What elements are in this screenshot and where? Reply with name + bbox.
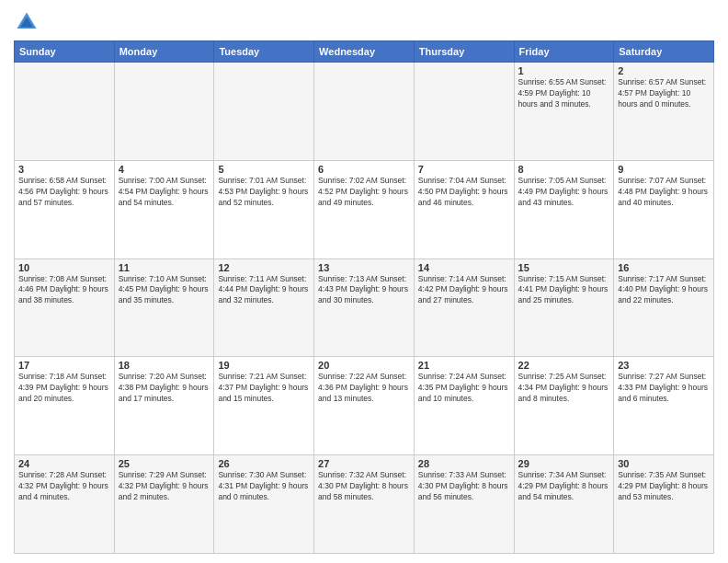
calendar-week-row: 1Sunrise: 6:55 AM Sunset: 4:59 PM Daylig… xyxy=(15,63,714,161)
calendar-cell: 25Sunrise: 7:29 AM Sunset: 4:32 PM Dayli… xyxy=(114,455,214,554)
day-number: 25 xyxy=(119,458,210,469)
day-info: Sunrise: 7:11 AM Sunset: 4:44 PM Dayligh… xyxy=(218,274,310,307)
day-info: Sunrise: 7:13 AM Sunset: 4:43 PM Dayligh… xyxy=(318,274,410,307)
calendar-cell: 6Sunrise: 7:02 AM Sunset: 4:52 PM Daylig… xyxy=(314,160,415,259)
calendar-cell: 24Sunrise: 7:28 AM Sunset: 4:32 PM Dayli… xyxy=(15,455,115,554)
calendar-cell xyxy=(314,63,415,161)
day-info: Sunrise: 7:20 AM Sunset: 4:38 PM Dayligh… xyxy=(119,372,210,405)
calendar-cell: 29Sunrise: 7:34 AM Sunset: 4:29 PM Dayli… xyxy=(514,455,614,554)
day-info: Sunrise: 7:30 AM Sunset: 4:31 PM Dayligh… xyxy=(218,470,310,503)
calendar-cell: 4Sunrise: 7:00 AM Sunset: 4:54 PM Daylig… xyxy=(114,160,214,259)
day-info: Sunrise: 6:58 AM Sunset: 4:56 PM Dayligh… xyxy=(18,176,110,209)
calendar-cell: 22Sunrise: 7:25 AM Sunset: 4:34 PM Dayli… xyxy=(514,357,614,455)
day-number: 8 xyxy=(518,164,610,175)
day-info: Sunrise: 7:05 AM Sunset: 4:49 PM Dayligh… xyxy=(518,176,610,209)
calendar-cell: 21Sunrise: 7:24 AM Sunset: 4:35 PM Dayli… xyxy=(414,357,514,455)
day-number: 16 xyxy=(618,262,710,273)
calendar-cell: 26Sunrise: 7:30 AM Sunset: 4:31 PM Dayli… xyxy=(214,455,314,554)
page: SundayMondayTuesdayWednesdayThursdayFrid… xyxy=(0,0,728,563)
calendar-cell: 15Sunrise: 7:15 AM Sunset: 4:41 PM Dayli… xyxy=(514,259,614,357)
calendar-body: 1Sunrise: 6:55 AM Sunset: 4:59 PM Daylig… xyxy=(15,63,714,554)
day-info: Sunrise: 7:18 AM Sunset: 4:39 PM Dayligh… xyxy=(18,372,110,405)
day-info: Sunrise: 7:15 AM Sunset: 4:41 PM Dayligh… xyxy=(518,274,610,307)
day-info: Sunrise: 7:07 AM Sunset: 4:48 PM Dayligh… xyxy=(618,176,710,209)
header xyxy=(14,9,714,35)
day-number: 5 xyxy=(218,164,310,175)
day-number: 15 xyxy=(518,262,610,273)
day-number: 11 xyxy=(119,262,210,273)
weekday-header: Thursday xyxy=(414,41,514,63)
weekday-header: Saturday xyxy=(614,41,714,63)
day-info: Sunrise: 7:28 AM Sunset: 4:32 PM Dayligh… xyxy=(18,470,110,503)
calendar-cell: 18Sunrise: 7:20 AM Sunset: 4:38 PM Dayli… xyxy=(114,357,214,455)
day-info: Sunrise: 7:21 AM Sunset: 4:37 PM Dayligh… xyxy=(218,372,310,405)
day-number: 21 xyxy=(418,360,510,371)
calendar-cell: 13Sunrise: 7:13 AM Sunset: 4:43 PM Dayli… xyxy=(314,259,415,357)
calendar-cell: 16Sunrise: 7:17 AM Sunset: 4:40 PM Dayli… xyxy=(614,259,714,357)
calendar-cell: 1Sunrise: 6:55 AM Sunset: 4:59 PM Daylig… xyxy=(514,63,614,161)
day-info: Sunrise: 7:10 AM Sunset: 4:45 PM Dayligh… xyxy=(119,274,210,307)
calendar-week-row: 24Sunrise: 7:28 AM Sunset: 4:32 PM Dayli… xyxy=(15,455,714,554)
day-info: Sunrise: 7:29 AM Sunset: 4:32 PM Dayligh… xyxy=(119,470,210,503)
calendar-header-row: SundayMondayTuesdayWednesdayThursdayFrid… xyxy=(15,41,714,63)
day-info: Sunrise: 7:08 AM Sunset: 4:46 PM Dayligh… xyxy=(18,274,110,307)
day-number: 24 xyxy=(18,458,110,469)
day-number: 6 xyxy=(318,164,410,175)
day-info: Sunrise: 7:24 AM Sunset: 4:35 PM Dayligh… xyxy=(418,372,510,405)
day-number: 20 xyxy=(318,360,410,371)
day-info: Sunrise: 7:00 AM Sunset: 4:54 PM Dayligh… xyxy=(119,176,210,209)
day-number: 26 xyxy=(218,458,310,469)
calendar-week-row: 10Sunrise: 7:08 AM Sunset: 4:46 PM Dayli… xyxy=(15,259,714,357)
day-info: Sunrise: 7:02 AM Sunset: 4:52 PM Dayligh… xyxy=(318,176,410,209)
day-number: 27 xyxy=(318,458,410,469)
calendar-cell: 2Sunrise: 6:57 AM Sunset: 4:57 PM Daylig… xyxy=(614,63,714,161)
calendar-cell: 3Sunrise: 6:58 AM Sunset: 4:56 PM Daylig… xyxy=(15,160,115,259)
day-number: 14 xyxy=(418,262,510,273)
calendar-cell: 17Sunrise: 7:18 AM Sunset: 4:39 PM Dayli… xyxy=(15,357,115,455)
day-info: Sunrise: 6:55 AM Sunset: 4:59 PM Dayligh… xyxy=(518,77,610,110)
day-number: 13 xyxy=(318,262,410,273)
day-info: Sunrise: 7:33 AM Sunset: 4:30 PM Dayligh… xyxy=(418,470,510,503)
weekday-header: Friday xyxy=(514,41,614,63)
calendar-cell: 19Sunrise: 7:21 AM Sunset: 4:37 PM Dayli… xyxy=(214,357,314,455)
day-info: Sunrise: 7:04 AM Sunset: 4:50 PM Dayligh… xyxy=(418,176,510,209)
day-number: 1 xyxy=(518,65,610,76)
day-number: 9 xyxy=(618,164,710,175)
day-info: Sunrise: 7:32 AM Sunset: 4:30 PM Dayligh… xyxy=(318,470,410,503)
day-info: Sunrise: 7:14 AM Sunset: 4:42 PM Dayligh… xyxy=(418,274,510,307)
day-info: Sunrise: 7:01 AM Sunset: 4:53 PM Dayligh… xyxy=(218,176,310,209)
calendar-cell: 5Sunrise: 7:01 AM Sunset: 4:53 PM Daylig… xyxy=(214,160,314,259)
day-info: Sunrise: 7:34 AM Sunset: 4:29 PM Dayligh… xyxy=(518,470,610,503)
calendar-cell: 30Sunrise: 7:35 AM Sunset: 4:29 PM Dayli… xyxy=(614,455,714,554)
day-number: 19 xyxy=(218,360,310,371)
calendar-cell xyxy=(15,63,115,161)
day-info: Sunrise: 7:17 AM Sunset: 4:40 PM Dayligh… xyxy=(618,274,710,307)
day-number: 23 xyxy=(618,360,710,371)
calendar: SundayMondayTuesdayWednesdayThursdayFrid… xyxy=(14,40,714,554)
logo xyxy=(14,9,43,35)
day-info: Sunrise: 7:22 AM Sunset: 4:36 PM Dayligh… xyxy=(318,372,410,405)
weekday-header: Wednesday xyxy=(314,41,415,63)
day-number: 29 xyxy=(518,458,610,469)
calendar-week-row: 17Sunrise: 7:18 AM Sunset: 4:39 PM Dayli… xyxy=(15,357,714,455)
calendar-cell: 11Sunrise: 7:10 AM Sunset: 4:45 PM Dayli… xyxy=(114,259,214,357)
day-info: Sunrise: 7:27 AM Sunset: 4:33 PM Dayligh… xyxy=(618,372,710,405)
calendar-cell: 28Sunrise: 7:33 AM Sunset: 4:30 PM Dayli… xyxy=(414,455,514,554)
calendar-week-row: 3Sunrise: 6:58 AM Sunset: 4:56 PM Daylig… xyxy=(15,160,714,259)
day-number: 18 xyxy=(119,360,210,371)
day-number: 2 xyxy=(618,65,710,76)
calendar-cell xyxy=(214,63,314,161)
day-number: 3 xyxy=(18,164,110,175)
weekday-header: Monday xyxy=(114,41,214,63)
day-number: 22 xyxy=(518,360,610,371)
day-number: 7 xyxy=(418,164,510,175)
calendar-cell: 12Sunrise: 7:11 AM Sunset: 4:44 PM Dayli… xyxy=(214,259,314,357)
calendar-cell: 14Sunrise: 7:14 AM Sunset: 4:42 PM Dayli… xyxy=(414,259,514,357)
calendar-cell: 23Sunrise: 7:27 AM Sunset: 4:33 PM Dayli… xyxy=(614,357,714,455)
calendar-cell: 10Sunrise: 7:08 AM Sunset: 4:46 PM Dayli… xyxy=(15,259,115,357)
day-info: Sunrise: 7:25 AM Sunset: 4:34 PM Dayligh… xyxy=(518,372,610,405)
calendar-cell: 8Sunrise: 7:05 AM Sunset: 4:49 PM Daylig… xyxy=(514,160,614,259)
day-number: 17 xyxy=(18,360,110,371)
day-info: Sunrise: 7:35 AM Sunset: 4:29 PM Dayligh… xyxy=(618,470,710,503)
calendar-cell: 27Sunrise: 7:32 AM Sunset: 4:30 PM Dayli… xyxy=(314,455,415,554)
